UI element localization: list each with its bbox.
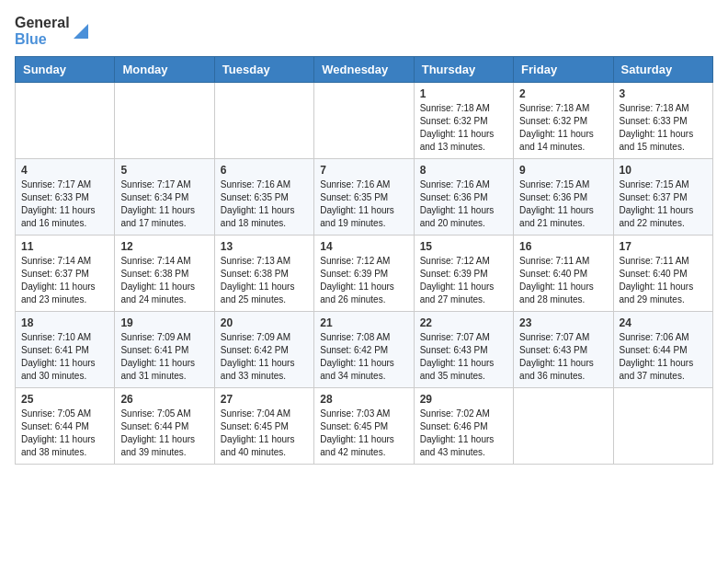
logo: GeneralBlue — [15, 15, 88, 47]
day-info: Sunrise: 7:12 AM Sunset: 6:39 PM Dayligh… — [320, 255, 407, 306]
day-info: Sunrise: 7:18 AM Sunset: 6:33 PM Dayligh… — [620, 102, 707, 154]
calendar-header-row: SundayMondayTuesdayWednesdayThursdayFrid… — [16, 57, 713, 83]
day-info: Sunrise: 7:05 AM Sunset: 6:44 PM Dayligh… — [21, 408, 108, 459]
day-number: 29 — [420, 393, 507, 406]
day-info: Sunrise: 7:15 AM Sunset: 6:36 PM Dayligh… — [519, 178, 607, 230]
day-number: 18 — [21, 316, 108, 329]
day-info: Sunrise: 7:13 AM Sunset: 6:38 PM Dayligh… — [221, 255, 308, 306]
week-row-4: 18Sunrise: 7:10 AM Sunset: 6:41 PM Dayli… — [16, 312, 713, 388]
svg-marker-0 — [74, 24, 88, 39]
day-cell: 27Sunrise: 7:04 AM Sunset: 6:45 PM Dayli… — [214, 388, 313, 465]
day-info: Sunrise: 7:18 AM Sunset: 6:32 PM Dayligh… — [519, 102, 607, 154]
day-info: Sunrise: 7:17 AM Sunset: 6:33 PM Dayligh… — [21, 178, 108, 230]
day-cell: 12Sunrise: 7:14 AM Sunset: 6:38 PM Dayli… — [115, 236, 214, 312]
day-info: Sunrise: 7:12 AM Sunset: 6:39 PM Dayligh… — [420, 255, 507, 306]
day-info: Sunrise: 7:03 AM Sunset: 6:45 PM Dayligh… — [320, 408, 407, 459]
day-info: Sunrise: 7:10 AM Sunset: 6:41 PM Dayligh… — [21, 331, 108, 383]
day-cell: 6Sunrise: 7:16 AM Sunset: 6:35 PM Daylig… — [214, 159, 313, 236]
day-cell: 25Sunrise: 7:05 AM Sunset: 6:44 PM Dayli… — [16, 388, 115, 465]
day-info: Sunrise: 7:16 AM Sunset: 6:36 PM Dayligh… — [420, 178, 507, 230]
page-header: GeneralBlue — [15, 15, 713, 47]
day-cell: 1Sunrise: 7:18 AM Sunset: 6:32 PM Daylig… — [414, 83, 513, 159]
day-cell: 20Sunrise: 7:09 AM Sunset: 6:42 PM Dayli… — [214, 312, 313, 388]
day-cell: 9Sunrise: 7:15 AM Sunset: 6:36 PM Daylig… — [514, 159, 613, 236]
day-number: 5 — [120, 164, 208, 177]
header-tuesday: Tuesday — [214, 57, 313, 83]
day-number: 25 — [21, 393, 108, 406]
logo-triangle-icon — [74, 24, 88, 39]
day-cell: 8Sunrise: 7:16 AM Sunset: 6:36 PM Daylig… — [414, 159, 513, 236]
header-saturday: Saturday — [613, 57, 712, 83]
day-number: 24 — [620, 316, 707, 329]
day-cell: 17Sunrise: 7:11 AM Sunset: 6:40 PM Dayli… — [613, 236, 712, 312]
day-info: Sunrise: 7:09 AM Sunset: 6:42 PM Dayligh… — [221, 331, 308, 383]
day-number: 28 — [320, 393, 407, 406]
day-number: 11 — [21, 240, 108, 253]
day-cell: 2Sunrise: 7:18 AM Sunset: 6:32 PM Daylig… — [514, 83, 613, 159]
day-number: 14 — [320, 240, 407, 253]
day-cell — [514, 388, 613, 465]
header-wednesday: Wednesday — [314, 57, 414, 83]
day-number: 16 — [519, 240, 607, 253]
day-cell: 14Sunrise: 7:12 AM Sunset: 6:39 PM Dayli… — [314, 236, 414, 312]
day-info: Sunrise: 7:11 AM Sunset: 6:40 PM Dayligh… — [620, 255, 707, 306]
day-info: Sunrise: 7:15 AM Sunset: 6:37 PM Dayligh… — [620, 178, 707, 230]
day-cell: 22Sunrise: 7:07 AM Sunset: 6:43 PM Dayli… — [414, 312, 513, 388]
day-cell: 13Sunrise: 7:13 AM Sunset: 6:38 PM Dayli… — [214, 236, 313, 312]
day-info: Sunrise: 7:07 AM Sunset: 6:43 PM Dayligh… — [519, 331, 607, 383]
day-info: Sunrise: 7:17 AM Sunset: 6:34 PM Dayligh… — [120, 178, 208, 230]
header-friday: Friday — [514, 57, 613, 83]
day-number: 26 — [120, 393, 208, 406]
day-number: 15 — [420, 240, 507, 253]
day-cell — [613, 388, 712, 465]
day-cell: 26Sunrise: 7:05 AM Sunset: 6:44 PM Dayli… — [115, 388, 214, 465]
day-number: 1 — [420, 87, 507, 100]
day-cell: 18Sunrise: 7:10 AM Sunset: 6:41 PM Dayli… — [16, 312, 115, 388]
logo-text: GeneralBlue — [15, 15, 70, 47]
day-cell: 15Sunrise: 7:12 AM Sunset: 6:39 PM Dayli… — [414, 236, 513, 312]
day-cell: 23Sunrise: 7:07 AM Sunset: 6:43 PM Dayli… — [514, 312, 613, 388]
day-info: Sunrise: 7:16 AM Sunset: 6:35 PM Dayligh… — [320, 178, 407, 230]
calendar-table: SundayMondayTuesdayWednesdayThursdayFrid… — [15, 56, 713, 465]
day-info: Sunrise: 7:18 AM Sunset: 6:32 PM Dayligh… — [420, 102, 507, 154]
day-info: Sunrise: 7:07 AM Sunset: 6:43 PM Dayligh… — [420, 331, 507, 383]
day-cell: 21Sunrise: 7:08 AM Sunset: 6:42 PM Dayli… — [314, 312, 414, 388]
day-cell: 5Sunrise: 7:17 AM Sunset: 6:34 PM Daylig… — [115, 159, 214, 236]
day-number: 19 — [120, 316, 208, 329]
day-number: 13 — [221, 240, 308, 253]
header-thursday: Thursday — [414, 57, 513, 83]
day-number: 23 — [519, 316, 607, 329]
day-number: 12 — [120, 240, 208, 253]
day-cell: 11Sunrise: 7:14 AM Sunset: 6:37 PM Dayli… — [16, 236, 115, 312]
day-cell: 19Sunrise: 7:09 AM Sunset: 6:41 PM Dayli… — [115, 312, 214, 388]
day-info: Sunrise: 7:05 AM Sunset: 6:44 PM Dayligh… — [120, 408, 208, 459]
day-number: 9 — [519, 164, 607, 177]
day-number: 6 — [221, 164, 308, 177]
day-cell: 16Sunrise: 7:11 AM Sunset: 6:40 PM Dayli… — [514, 236, 613, 312]
day-number: 10 — [620, 164, 707, 177]
day-cell — [16, 83, 115, 159]
day-cell: 29Sunrise: 7:02 AM Sunset: 6:46 PM Dayli… — [414, 388, 513, 465]
day-cell: 10Sunrise: 7:15 AM Sunset: 6:37 PM Dayli… — [613, 159, 712, 236]
day-info: Sunrise: 7:14 AM Sunset: 6:38 PM Dayligh… — [120, 255, 208, 306]
day-cell: 24Sunrise: 7:06 AM Sunset: 6:44 PM Dayli… — [613, 312, 712, 388]
day-number: 22 — [420, 316, 507, 329]
day-info: Sunrise: 7:02 AM Sunset: 6:46 PM Dayligh… — [420, 408, 507, 459]
day-number: 17 — [620, 240, 707, 253]
day-cell — [214, 83, 313, 159]
day-number: 3 — [620, 87, 707, 100]
day-info: Sunrise: 7:04 AM Sunset: 6:45 PM Dayligh… — [221, 408, 308, 459]
day-cell: 7Sunrise: 7:16 AM Sunset: 6:35 PM Daylig… — [314, 159, 414, 236]
day-number: 2 — [519, 87, 607, 100]
week-row-1: 1Sunrise: 7:18 AM Sunset: 6:32 PM Daylig… — [16, 83, 713, 159]
header-sunday: Sunday — [16, 57, 115, 83]
day-number: 7 — [320, 164, 407, 177]
day-cell — [115, 83, 214, 159]
header-monday: Monday — [115, 57, 214, 83]
day-info: Sunrise: 7:11 AM Sunset: 6:40 PM Dayligh… — [519, 255, 607, 306]
day-number: 27 — [221, 393, 308, 406]
day-info: Sunrise: 7:09 AM Sunset: 6:41 PM Dayligh… — [120, 331, 208, 383]
day-cell: 3Sunrise: 7:18 AM Sunset: 6:33 PM Daylig… — [613, 83, 712, 159]
week-row-3: 11Sunrise: 7:14 AM Sunset: 6:37 PM Dayli… — [16, 236, 713, 312]
day-cell — [314, 83, 414, 159]
